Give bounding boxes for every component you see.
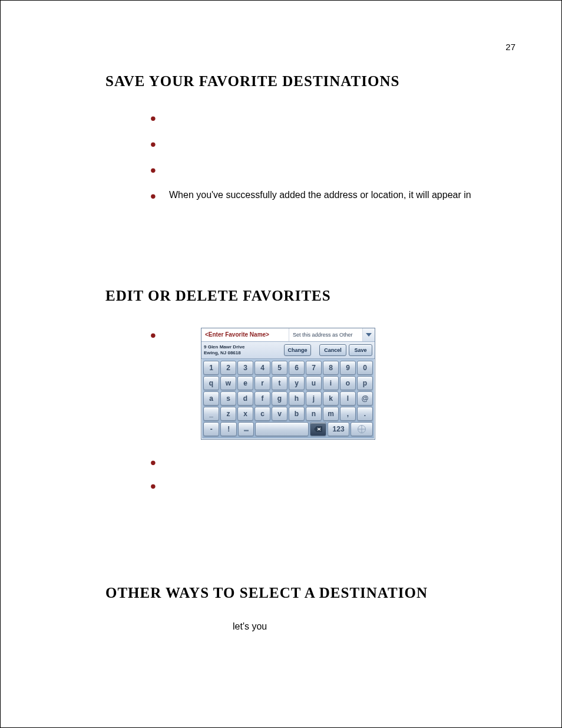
- key-2[interactable]: 2: [220, 361, 236, 375]
- key-8[interactable]: 8: [323, 361, 339, 375]
- bullet-item: When you've successfully added the addre…: [169, 189, 515, 202]
- key-d[interactable]: d: [237, 391, 253, 406]
- key-exclaim[interactable]: !: [220, 422, 236, 436]
- key-r[interactable]: r: [254, 376, 270, 390]
- bullet-item: [169, 111, 515, 121]
- bullet-item: [169, 137, 515, 147]
- key-c[interactable]: c: [254, 407, 270, 421]
- key-o[interactable]: o: [340, 376, 356, 390]
- key-q[interactable]: q: [203, 376, 219, 390]
- key-at[interactable]: @: [357, 391, 373, 406]
- key-underscore[interactable]: _: [203, 407, 219, 421]
- key-k[interactable]: k: [323, 391, 339, 406]
- key-9[interactable]: 9: [340, 361, 356, 375]
- section-save-favorites: SAVE YOUR FAVORITE DESTINATIONS When you…: [105, 73, 515, 252]
- key-s[interactable]: s: [220, 391, 236, 406]
- bullet-item: [169, 455, 515, 466]
- shift-icon: [243, 427, 249, 431]
- set-address-as-label: Set this address as Other: [289, 328, 362, 341]
- chevron-down-icon: [366, 333, 372, 337]
- key-dash[interactable]: -: [203, 422, 219, 436]
- key-3[interactable]: 3: [237, 361, 253, 375]
- keyboard-screenshot: <Enter Favorite Name> Set this address a…: [201, 328, 375, 440]
- page-number: 27: [505, 42, 515, 52]
- address-type-dropdown[interactable]: [362, 328, 375, 341]
- key-f[interactable]: f: [254, 391, 270, 406]
- key-a[interactable]: a: [203, 391, 219, 406]
- heading-other-ways: OTHER WAYS TO SELECT A DESTINATION: [105, 585, 515, 601]
- document-page: 27 SAVE YOUR FAVORITE DESTINATIONS When …: [0, 0, 562, 728]
- key-shift[interactable]: [238, 422, 254, 436]
- key-123[interactable]: 123: [328, 422, 350, 436]
- key-g[interactable]: g: [272, 391, 287, 406]
- section-edit-delete: EDIT OR DELETE FAVORITES <Enter Favorite…: [105, 288, 515, 549]
- key-0[interactable]: 0: [357, 361, 373, 375]
- key-n[interactable]: n: [306, 407, 322, 421]
- key-b[interactable]: b: [289, 407, 305, 421]
- key-z[interactable]: z: [220, 407, 236, 421]
- key-h[interactable]: h: [289, 391, 305, 406]
- key-e[interactable]: e: [237, 376, 253, 390]
- section-other-ways: OTHER WAYS TO SELECT A DESTINATION let's…: [105, 585, 515, 632]
- key-y[interactable]: y: [289, 376, 305, 390]
- bullet-item: <Enter Favorite Name> Set this address a…: [169, 328, 515, 440]
- key-period[interactable]: .: [357, 407, 373, 421]
- favorite-address: 9 Glen Mawr Drive Ewing, NJ 08618: [204, 344, 256, 356]
- heading-edit-delete: EDIT OR DELETE FAVORITES: [105, 288, 515, 304]
- key-7[interactable]: 7: [306, 361, 322, 375]
- key-backspace[interactable]: [310, 422, 326, 436]
- onscreen-keyboard: 1 2 3 4 5 6 7 8 9 0: [201, 359, 375, 439]
- key-5[interactable]: 5: [272, 361, 287, 375]
- key-j[interactable]: j: [306, 391, 322, 406]
- favorite-name-input[interactable]: <Enter Favorite Name>: [201, 328, 289, 341]
- key-l[interactable]: l: [340, 391, 356, 406]
- bullet-list-1: When you've successfully added the addre…: [105, 111, 515, 202]
- save-button[interactable]: Save: [349, 344, 372, 356]
- backspace-icon: [314, 426, 322, 432]
- key-globe[interactable]: [351, 422, 373, 436]
- key-w[interactable]: w: [220, 376, 236, 390]
- key-1[interactable]: 1: [203, 361, 219, 375]
- bullet-item: [169, 163, 515, 173]
- cancel-button[interactable]: Cancel: [319, 344, 346, 356]
- key-x[interactable]: x: [237, 407, 253, 421]
- svg-marker-0: [366, 333, 372, 337]
- key-comma[interactable]: ,: [340, 407, 356, 421]
- page-content: SAVE YOUR FAVORITE DESTINATIONS When you…: [105, 73, 515, 632]
- key-p[interactable]: p: [357, 376, 373, 390]
- bullet-list-2: <Enter Favorite Name> Set this address a…: [105, 328, 515, 489]
- key-i[interactable]: i: [323, 376, 339, 390]
- key-u[interactable]: u: [306, 376, 322, 390]
- key-t[interactable]: t: [272, 376, 287, 390]
- bullet-item: [169, 479, 515, 489]
- key-4[interactable]: 4: [254, 361, 270, 375]
- heading-save-favorites: SAVE YOUR FAVORITE DESTINATIONS: [105, 73, 515, 90]
- globe-icon: [358, 425, 366, 433]
- key-v[interactable]: v: [272, 407, 287, 421]
- key-6[interactable]: 6: [289, 361, 305, 375]
- key-space[interactable]: [255, 422, 309, 436]
- change-button[interactable]: Change: [284, 344, 311, 356]
- body-text-fragment: let's you: [233, 621, 515, 632]
- key-m[interactable]: m: [323, 407, 339, 421]
- svg-rect-1: [244, 430, 249, 431]
